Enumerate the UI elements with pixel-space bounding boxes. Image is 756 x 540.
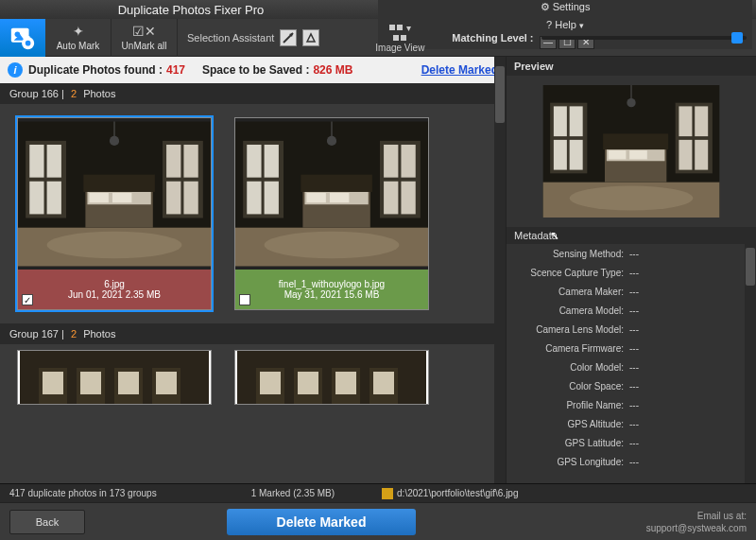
selection-assistant: Selection Assistant bbox=[178, 29, 329, 46]
vertical-scrollbar[interactable] bbox=[494, 57, 506, 483]
group-header: Group 167 | 2 Photos bbox=[0, 323, 506, 344]
photo-thumbnail[interactable] bbox=[235, 118, 428, 270]
app-logo bbox=[0, 19, 45, 57]
scrollbar-handle[interactable] bbox=[495, 66, 505, 123]
photo-footer: 6.jpg Jun 01, 2021 2.35 MB bbox=[18, 270, 211, 309]
metadata-row: Camera Maker:--- bbox=[507, 282, 756, 301]
app-title: Duplicate Photos Fixer Pro bbox=[4, 3, 378, 17]
metadata-value: --- bbox=[629, 343, 639, 354]
metadata-value: --- bbox=[629, 324, 639, 335]
folder-icon bbox=[382, 488, 393, 499]
svg-rect-35 bbox=[26, 36, 30, 39]
unmark-icon: ☑✕ bbox=[132, 24, 156, 39]
metadata-value: --- bbox=[629, 400, 639, 410]
back-button[interactable]: Back bbox=[9, 510, 85, 534]
preview-image bbox=[532, 85, 730, 218]
gear-icon: ⚙ bbox=[541, 1, 550, 12]
duplicate-count: 417 bbox=[166, 63, 185, 77]
matching-level-slider[interactable] bbox=[541, 36, 747, 40]
photo-checkbox[interactable] bbox=[239, 294, 250, 305]
wand-icon: ✦ bbox=[73, 24, 84, 39]
photo-footer: finel_1_withouylogo b.jpg May 31, 2021 1… bbox=[235, 270, 428, 309]
metadata-header: MMetadata ↖ bbox=[507, 227, 756, 244]
metadata-key: Camera Firmware: bbox=[507, 343, 629, 354]
metadata-value: --- bbox=[629, 268, 639, 278]
metadata-key: Color Model: bbox=[507, 362, 629, 373]
selection-tool-1-button[interactable] bbox=[280, 29, 297, 46]
metadata-row: Camera Firmware:--- bbox=[507, 339, 756, 357]
vertical-scrollbar[interactable] bbox=[745, 244, 756, 483]
scrollbar-handle[interactable] bbox=[746, 248, 755, 286]
title-bar: Duplicate Photos Fixer Pro ▾ ⚙ Settings … bbox=[0, 0, 756, 19]
metadata-row: Profile Name:--- bbox=[507, 395, 756, 414]
auto-mark-button[interactable]: ✦ Auto Mark bbox=[45, 19, 112, 57]
delete-marked-button[interactable]: Delete Marked bbox=[227, 509, 416, 535]
metadata-key: Sensing Method: bbox=[507, 249, 629, 259]
status-bar: 417 duplicate photos in 173 groups 1 Mar… bbox=[0, 483, 756, 502]
metadata-value: --- bbox=[629, 419, 639, 429]
grid-icon bbox=[389, 25, 403, 30]
info-icon: i bbox=[8, 62, 23, 78]
metadata-key: Scence Capture Type: bbox=[507, 268, 629, 278]
metadata-row: Sensing Method:--- bbox=[507, 244, 756, 263]
metadata-row: GPS Latitude:--- bbox=[507, 433, 756, 452]
svg-point-34 bbox=[26, 40, 31, 45]
metadata-key: Camera Model: bbox=[507, 305, 629, 316]
photo-card[interactable]: finel_1_withouylogo b.jpg May 31, 2021 1… bbox=[234, 117, 429, 310]
metadata-key: Color Space: bbox=[507, 381, 629, 392]
metadata-key: GPS Latitude: bbox=[507, 438, 629, 448]
metadata-value: --- bbox=[629, 438, 639, 448]
metadata-row: Scence Capture Type:--- bbox=[507, 263, 756, 282]
slider-thumb[interactable] bbox=[731, 32, 743, 44]
metadata-row: GPS Altitude:--- bbox=[507, 414, 756, 433]
chevron-down-icon: ▾ bbox=[406, 23, 411, 33]
settings-link[interactable]: ⚙ Settings bbox=[541, 1, 591, 13]
metadata-row: Color Space:--- bbox=[507, 376, 756, 395]
thumbnail-grid bbox=[0, 344, 506, 405]
image-view-toggle[interactable]: ▾ Image View bbox=[357, 23, 442, 53]
bottom-bar: Back Delete Marked Email us at: support@… bbox=[0, 502, 756, 540]
support-email: Email us at: support@systweak.com bbox=[646, 510, 747, 534]
metadata-value: --- bbox=[629, 287, 639, 297]
photo-thumbnail[interactable] bbox=[18, 118, 211, 270]
status-path: d:\2021\portfolio\test\gif\6.jpg bbox=[382, 488, 518, 499]
status-marked: 1 Marked (2.35 MB) bbox=[251, 488, 335, 498]
photo-card[interactable]: 6.jpg Jun 01, 2021 2.35 MB ✓ bbox=[17, 117, 212, 310]
cursor-icon: ↖ bbox=[550, 229, 559, 242]
metadata-value: --- bbox=[629, 249, 639, 259]
metadata-row: Color Model:--- bbox=[507, 357, 756, 376]
delete-marked-link[interactable]: Delete Marked bbox=[421, 63, 498, 77]
unmark-all-button[interactable]: ☑✕ UnMark all bbox=[112, 19, 178, 57]
metadata-key: GPS Longitude: bbox=[507, 457, 629, 467]
metadata-value: --- bbox=[629, 381, 639, 392]
photo-meta: May 31, 2021 15.6 MB bbox=[284, 289, 380, 300]
metadata-row: Camera Model:--- bbox=[507, 301, 756, 320]
svg-marker-38 bbox=[307, 34, 315, 42]
metadata-key: Camera Maker: bbox=[507, 287, 629, 297]
metadata-row: Camera Lens Model:--- bbox=[507, 320, 756, 339]
metadata-key: Profile Name: bbox=[507, 400, 629, 410]
photo-card[interactable] bbox=[17, 350, 212, 405]
space-saved: 826 MB bbox=[313, 63, 352, 77]
info-bar: i Duplicate Photos found : 417 Space to … bbox=[0, 57, 506, 83]
preview-header: Preview bbox=[507, 57, 756, 76]
thumbnail-grid: 6.jpg Jun 01, 2021 2.35 MB ✓ finel_1_wit… bbox=[0, 104, 506, 323]
metadata-row: GPS Longitude:--- bbox=[507, 452, 756, 471]
group-header: Group 166 | 2 Photos bbox=[0, 83, 506, 104]
metadata-key: GPS Altitude: bbox=[507, 419, 629, 429]
selection-tool-2-button[interactable] bbox=[302, 29, 319, 46]
metadata-panel: Sensing Method:---Scence Capture Type:--… bbox=[507, 244, 756, 483]
photo-filename: finel_1_withouylogo b.jpg bbox=[279, 279, 385, 289]
help-link[interactable]: ? Help ▾ bbox=[546, 19, 584, 30]
photo-filename: 6.jpg bbox=[104, 279, 125, 289]
metadata-value: --- bbox=[629, 457, 639, 467]
photo-card[interactable] bbox=[234, 350, 429, 405]
status-summary: 417 duplicate photos in 173 groups bbox=[9, 488, 157, 498]
metadata-value: --- bbox=[629, 362, 639, 373]
matching-level-label: Matching Level : bbox=[452, 32, 533, 44]
preview-pane bbox=[507, 76, 756, 227]
photo-checkbox[interactable]: ✓ bbox=[22, 294, 33, 305]
metadata-key: Camera Lens Model: bbox=[507, 324, 629, 335]
metadata-value: --- bbox=[629, 305, 639, 316]
selection-assistant-label: Selection Assistant bbox=[187, 32, 274, 44]
